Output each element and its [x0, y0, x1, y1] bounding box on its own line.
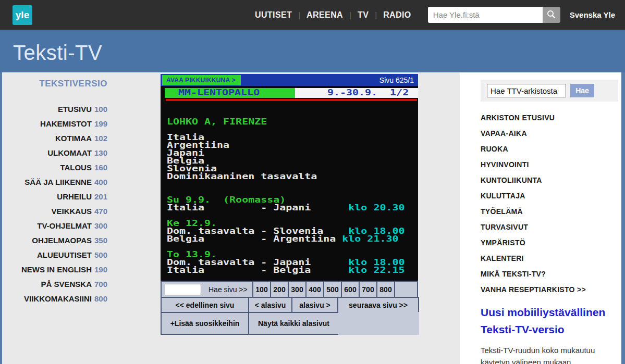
site-search-input[interactable]: [428, 7, 543, 23]
sidebar-item-label: TV-OHJELMAT: [37, 221, 92, 230]
topnav-tv[interactable]: TV: [358, 10, 369, 20]
add-to-favorites-button[interactable]: +Lisää suosikkeihin: [161, 312, 249, 335]
archive-link-turvasivut[interactable]: TURVASIVUT: [481, 219, 618, 235]
archive-link-vapaa-aika[interactable]: VAPAA-AIKA: [481, 125, 618, 141]
page-nav-filler: [394, 281, 418, 298]
archive-link-ruoka[interactable]: RUOKA: [481, 141, 618, 157]
archive-link-arkiston-etusivu[interactable]: ARKISTON ETUSIVU: [481, 110, 618, 125]
teletext-line: Italia - Japani klo 20.30: [167, 204, 501, 212]
main-panel: TEKSTIVERSIO ETUSIVU100HAKEMISTOT199KOTI…: [2, 72, 460, 364]
sidebar-item-page-number: 300: [94, 221, 107, 230]
page-button-400[interactable]: 400: [305, 281, 324, 298]
sidebar-item-page-number: 350: [94, 236, 107, 245]
sidebar-item-label: ULKOMAAT: [47, 148, 92, 157]
topnav-radio[interactable]: RADIO: [383, 10, 411, 20]
subpage-forward-button[interactable]: alasivu >: [291, 297, 338, 313]
teletext-text-segment: klo 22.15: [348, 266, 405, 275]
sidebar-item-page-number: 500: [94, 250, 107, 259]
find-page-button[interactable]: Hae sivu >>: [209, 285, 248, 294]
teletext-line: [167, 212, 501, 220]
sidebar-page-list: ETUSIVU100HAKEMISTOT199KOTIMAA102ULKOMAA…: [2, 102, 107, 306]
sidebar-item-hakemistot[interactable]: HAKEMISTOT199: [2, 117, 107, 131]
open-popup-window-button[interactable]: AVAA PIKKUIKKUNA >: [162, 75, 241, 85]
teletext-line: Italia - Belgia klo 22.15: [167, 267, 501, 274]
page-button-500[interactable]: 500: [323, 281, 342, 298]
teletext-line: LOHKO A, FIRENZE: [167, 118, 501, 126]
archive-link-mika-teksti-tv[interactable]: MIKÄ TEKSTI-TV?: [481, 266, 618, 282]
archive-link-kuluttaja[interactable]: KULUTTAJA: [481, 188, 618, 204]
page-button-300[interactable]: 300: [288, 281, 307, 298]
page: yle UUTISET|AREENA|TV|RADIO Svenska Yle …: [0, 0, 625, 364]
page-number-input[interactable]: [165, 284, 201, 295]
sidebar-item-page-number: 199: [94, 119, 107, 128]
sidebar-item-ulkomaat[interactable]: ULKOMAAT130: [2, 146, 107, 160]
archive-link-vanha-reseptiarkisto[interactable]: VANHA RESEPTIARKISTO >>: [481, 282, 618, 297]
subpage-back-button[interactable]: < alasivu: [248, 297, 292, 313]
sidebar-item-viikkomakasiini[interactable]: VIIKKOMAKASIINI800: [2, 292, 107, 306]
page-button-600[interactable]: 600: [341, 281, 360, 298]
teletext-line: Belgia - Argentiina klo 21.30: [167, 235, 501, 243]
sidebar-item-page-number: 201: [94, 192, 107, 201]
sidebar-item-saa-ja-liikenne[interactable]: SÄÄ JA LIIKENNE400: [2, 175, 107, 190]
archive-link-tyoelama[interactable]: TYÖELÄMÄ: [481, 204, 618, 219]
sidebar-item-page-number: 130: [94, 148, 107, 157]
archive-link-hyvinvointi[interactable]: HYVINVOINTI: [481, 157, 618, 172]
sidebar-item-talous[interactable]: TALOUS160: [2, 160, 107, 175]
teletext-banner-row: MM-LENTOPALLO 9.-30.9. 1/2: [161, 88, 418, 98]
archive-link-ymparisto[interactable]: YMPÄRISTÖ: [481, 235, 618, 250]
archive-search-button[interactable]: Hae: [570, 84, 594, 97]
next-page-button[interactable]: seuraava sivu >>: [337, 297, 419, 313]
sidebar-item-kotimaa[interactable]: KOTIMAA102: [2, 131, 107, 146]
archive-search-panel: Hae: [481, 80, 618, 102]
page-header: Teksti-TV: [0, 30, 625, 72]
teletext-toolbar: AVAA PIKKUIKKUNA > Sivu 625/1: [161, 74, 418, 86]
sidebar-item-label: VIIKKOMAKASIINI: [24, 294, 92, 303]
sidebar-item-label: VEIKKAUS: [51, 207, 92, 216]
teletext-line: [167, 103, 501, 110]
responsive-note-line1: Teksti-TV-ruudun koko mukautuu: [481, 344, 618, 356]
teletext-text-segment: Italia - Japani: [167, 203, 348, 212]
sidebar-item-veikkaus[interactable]: VEIKKAUS470: [2, 204, 107, 219]
teletext-red-divider: [166, 99, 417, 101]
sidebar-item-alueuutiset[interactable]: ALUEUUTISET500: [2, 248, 107, 262]
topnav-areena[interactable]: AREENA: [307, 10, 343, 20]
topnav-uutiset[interactable]: UUTISET: [255, 10, 292, 20]
yle-logo[interactable]: yle: [13, 5, 32, 25]
site-search: [428, 7, 560, 23]
page-button-200[interactable]: 200: [270, 281, 289, 298]
teletext-body: LOHKO A, FIRENZE ItaliaArgentiinaJapaniB…: [167, 103, 418, 274]
page-button-700[interactable]: 700: [359, 281, 377, 298]
teletext-text-segment: Dominikaaninen tasavalta: [167, 172, 317, 181]
right-page-border: [621, 72, 625, 364]
svenska-yle-link[interactable]: Svenska Yle: [570, 10, 615, 19]
responsive-note: Teksti-TV-ruudun koko mukautuu käytetyn …: [481, 344, 618, 364]
sidebar-item-label: ALUEUUTISET: [37, 250, 92, 259]
archive-link-kalenteri[interactable]: KALENTERI: [481, 250, 618, 266]
page-button-800[interactable]: 800: [376, 281, 395, 298]
sidebar-item-page-number: 160: [94, 163, 107, 172]
sidebar-item-ohjelmaopas[interactable]: OHJELMAOPAS350: [2, 233, 107, 248]
sidebar-heading-tekstiversio[interactable]: TEKSTIVERSIO: [2, 79, 107, 89]
sidebar-item-news-in-english[interactable]: NEWS IN ENGLISH190: [2, 262, 107, 277]
sidebar-item-label: SÄÄ JA LIIKENNE: [24, 178, 92, 186]
sidebar-item-tv-ohjelmat[interactable]: TV-OHJELMAT300: [2, 219, 107, 233]
show-all-subpages-button[interactable]: Näytä kaikki alasivut: [248, 312, 339, 335]
sidebar-item-label: HAKEMISTOT: [40, 119, 92, 128]
nav-separator: |: [375, 10, 377, 19]
sidebar-item-pa-svenska[interactable]: PÅ SVENSKA700: [2, 277, 107, 292]
previous-page-button[interactable]: << edellinen sivu: [161, 297, 249, 313]
teletext-screen: MM-LENTOPALLO 9.-30.9. 1/2 LOHKO A, FIRE…: [161, 86, 418, 281]
mobile-version-link[interactable]: Uusi mobiiliystävällinen Teksti-TV-versi…: [481, 304, 618, 338]
archive-search-input[interactable]: [487, 84, 566, 97]
teletext-line: Japani: [167, 149, 501, 157]
site-search-button[interactable]: [543, 7, 560, 23]
sidebar-item-page-number: 190: [94, 265, 107, 274]
sidebar-item-label: OHJELMAOPAS: [32, 236, 92, 245]
sidebar-item-etusivu[interactable]: ETUSIVU100: [2, 102, 107, 117]
archive-link-kuntoliikunta[interactable]: KUNTOLIIKUNTA: [481, 172, 618, 188]
banner-title-block: MM-LENTOPALLO: [165, 88, 295, 98]
sidebar-item-urheilu[interactable]: URHEILU201: [2, 190, 107, 204]
nav-separator: |: [349, 10, 351, 19]
page-button-100[interactable]: 100: [252, 281, 271, 298]
find-page-cell: Hae sivu >>: [161, 281, 253, 298]
